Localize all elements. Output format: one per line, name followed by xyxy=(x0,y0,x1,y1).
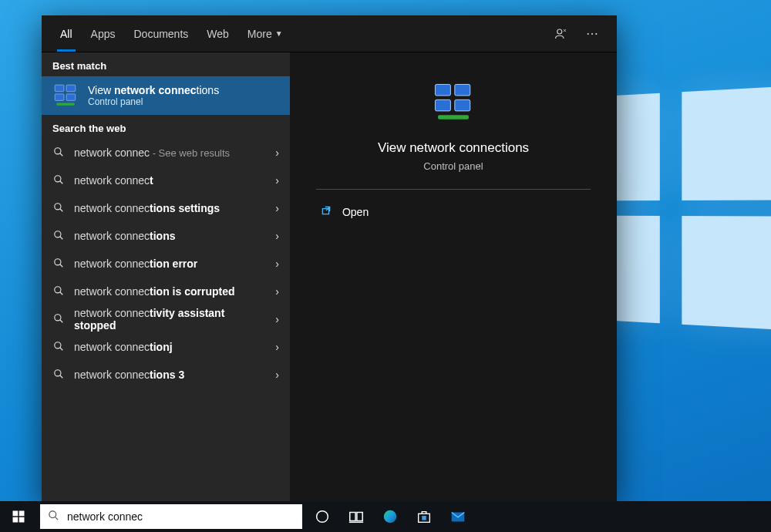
chevron-right-icon: › xyxy=(275,202,279,214)
svg-rect-32 xyxy=(13,517,19,523)
web-result-row[interactable]: network connections settings› xyxy=(42,194,290,222)
svg-rect-1 xyxy=(55,85,64,92)
results-list: Best match View network connections xyxy=(42,52,290,501)
open-label: Open xyxy=(342,206,369,218)
search-filter-tabs: All Apps Documents Web More ▼ ⋯ xyxy=(42,15,617,52)
preview-subtitle: Control panel xyxy=(423,160,483,172)
svg-point-16 xyxy=(55,286,61,292)
result-preview-pane: View network connections Control panel O… xyxy=(290,52,617,501)
preview-title: View network connections xyxy=(378,140,529,156)
search-icon xyxy=(52,313,65,326)
svg-rect-24 xyxy=(435,84,450,96)
web-result-row[interactable]: network connections 3› xyxy=(42,361,290,389)
svg-rect-2 xyxy=(66,85,76,92)
best-match-subtitle: Control panel xyxy=(88,96,219,107)
web-result-row[interactable]: network connectivity assistant stopped› xyxy=(42,305,290,333)
svg-line-11 xyxy=(60,208,63,211)
svg-point-14 xyxy=(55,258,61,264)
svg-line-21 xyxy=(60,347,63,350)
open-icon xyxy=(321,205,332,218)
open-action[interactable]: Open xyxy=(316,197,591,226)
taskbar xyxy=(0,501,771,532)
web-result-row[interactable]: network connections› xyxy=(42,222,290,250)
start-button[interactable] xyxy=(0,501,37,532)
web-result-text: network connectionj xyxy=(74,341,266,353)
chevron-right-icon: › xyxy=(275,341,279,353)
tab-all[interactable]: All xyxy=(52,15,80,52)
svg-rect-38 xyxy=(357,513,362,521)
mail-icon[interactable] xyxy=(441,501,475,532)
network-connections-icon xyxy=(52,82,79,109)
svg-rect-29 xyxy=(322,209,328,214)
search-icon xyxy=(52,146,65,160)
search-icon xyxy=(52,230,65,243)
svg-rect-27 xyxy=(455,99,470,111)
tab-more[interactable]: More ▼ xyxy=(240,15,291,52)
chevron-down-icon: ▼ xyxy=(275,29,283,38)
tab-web[interactable]: Web xyxy=(199,15,237,52)
best-match-title: View network connections xyxy=(88,84,219,96)
section-best-match: Best match xyxy=(42,52,290,76)
svg-rect-5 xyxy=(56,103,74,106)
chevron-right-icon: › xyxy=(275,174,279,187)
search-icon xyxy=(52,285,65,298)
task-view-icon[interactable] xyxy=(339,501,373,532)
web-result-text: network connections 3 xyxy=(74,369,266,381)
svg-rect-31 xyxy=(19,511,25,517)
search-icon xyxy=(52,202,65,215)
svg-rect-4 xyxy=(66,94,76,101)
svg-point-40 xyxy=(384,510,397,524)
chevron-right-icon: › xyxy=(275,146,279,159)
taskbar-search-box[interactable] xyxy=(40,504,302,529)
web-result-text: network connection is corrupted xyxy=(74,285,266,298)
search-icon xyxy=(52,174,65,187)
svg-point-22 xyxy=(55,369,61,375)
divider xyxy=(316,189,591,190)
preview-network-connections-icon xyxy=(426,76,480,130)
web-result-row[interactable]: network connec - See web results› xyxy=(42,139,290,167)
svg-rect-28 xyxy=(438,115,469,119)
svg-point-34 xyxy=(49,511,56,518)
tab-more-label: More xyxy=(247,28,272,40)
web-result-row[interactable]: network connectionj› xyxy=(42,333,290,361)
svg-line-23 xyxy=(60,375,63,378)
best-match-result[interactable]: View network connections Control panel xyxy=(42,76,290,115)
svg-rect-33 xyxy=(19,517,25,523)
web-result-text: network connections settings xyxy=(74,202,266,214)
svg-line-9 xyxy=(60,180,63,184)
svg-line-7 xyxy=(60,153,63,156)
svg-line-13 xyxy=(60,236,63,239)
web-result-row[interactable]: network connect› xyxy=(42,167,290,194)
store-icon[interactable] xyxy=(407,501,441,532)
web-result-text: network connec - See web results xyxy=(74,146,266,159)
cortana-icon[interactable] xyxy=(305,501,339,532)
web-result-row[interactable]: network connection error› xyxy=(42,250,290,278)
tab-documents[interactable]: Documents xyxy=(126,15,196,52)
start-search-panel: All Apps Documents Web More ▼ ⋯ Best mat… xyxy=(42,15,617,501)
chevron-right-icon: › xyxy=(275,258,279,270)
svg-rect-42 xyxy=(422,516,426,520)
svg-point-0 xyxy=(557,29,562,34)
svg-line-17 xyxy=(60,291,63,295)
more-options-icon[interactable]: ⋯ xyxy=(578,20,606,48)
web-result-row[interactable]: network connection is corrupted› xyxy=(42,278,290,305)
search-icon xyxy=(52,369,65,382)
svg-rect-3 xyxy=(55,94,64,101)
svg-point-36 xyxy=(317,511,328,523)
web-result-text: network connect xyxy=(74,174,266,187)
chevron-right-icon: › xyxy=(275,313,279,325)
section-search-web: Search the web xyxy=(42,115,290,139)
chevron-right-icon: › xyxy=(275,230,279,242)
svg-point-18 xyxy=(55,314,61,320)
svg-rect-25 xyxy=(455,84,470,96)
web-result-text: network connectivity assistant stopped xyxy=(74,307,266,332)
search-input[interactable] xyxy=(67,510,295,523)
svg-point-12 xyxy=(55,231,61,237)
svg-rect-30 xyxy=(13,511,19,517)
search-icon xyxy=(52,258,65,271)
svg-point-6 xyxy=(55,147,61,153)
edge-icon[interactable] xyxy=(373,501,407,532)
feedback-icon[interactable] xyxy=(547,20,575,48)
tab-apps[interactable]: Apps xyxy=(83,15,123,52)
svg-point-10 xyxy=(55,203,61,209)
